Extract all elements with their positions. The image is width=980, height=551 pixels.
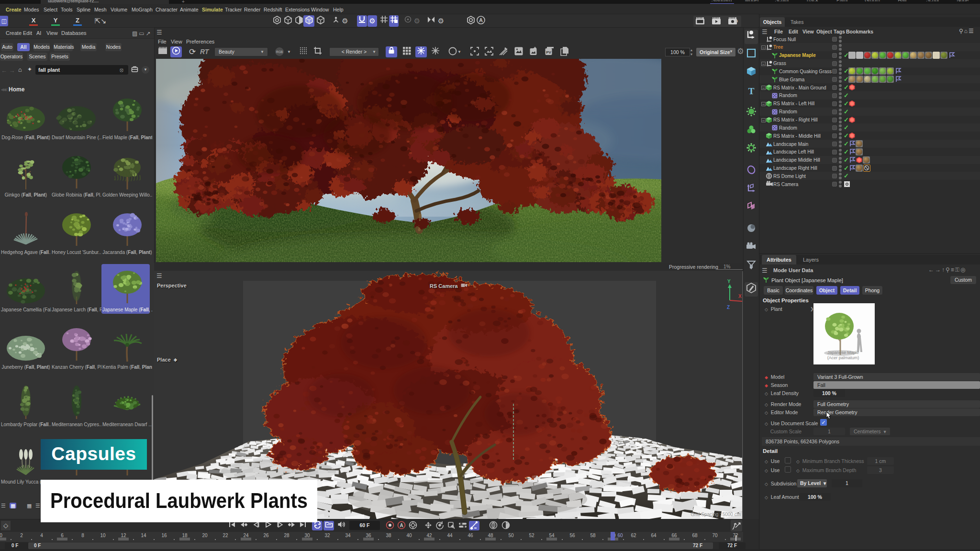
svg-text:RGB: RGB bbox=[276, 50, 283, 54]
svg-text:Z: Z bbox=[727, 305, 730, 310]
svg-text:(Acer palmatum): (Acer palmatum) bbox=[827, 355, 859, 360]
svg-text:A: A bbox=[479, 17, 483, 23]
svg-text:X: X bbox=[738, 294, 742, 299]
svg-text:Y: Y bbox=[727, 279, 731, 284]
svg-text:Japanese Maple: Japanese Maple bbox=[827, 350, 859, 355]
svg-text:A: A bbox=[400, 523, 403, 528]
svg-text:PV: PV bbox=[546, 50, 551, 55]
